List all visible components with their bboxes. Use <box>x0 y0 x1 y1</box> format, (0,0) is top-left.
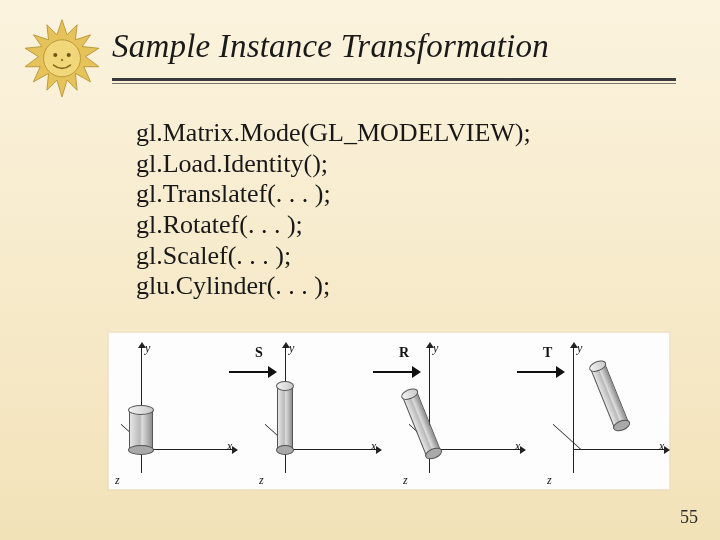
slide-title: Sample Instance Transformation <box>112 28 680 65</box>
cylinder-initial <box>129 409 153 451</box>
axis-label-z: z <box>259 473 264 488</box>
axis-z <box>553 424 581 478</box>
axis-label-y: y <box>145 341 150 356</box>
title-underline <box>112 78 676 84</box>
axis-label-y: y <box>577 341 582 356</box>
panel-translated: y x z <box>541 339 669 483</box>
page-number: 55 <box>680 507 698 528</box>
transformation-figure: y x z S y x z R <box>108 332 670 490</box>
svg-point-2 <box>53 53 57 57</box>
axis-label-x: x <box>371 439 376 454</box>
axis-label-x: x <box>227 439 232 454</box>
sun-icon <box>20 18 104 102</box>
slide: Sample Instance Transformation gl.Matrix… <box>0 0 720 540</box>
code-block: gl.Matrix.Mode(GL_MODELVIEW); gl.Load.Id… <box>136 118 680 302</box>
axis-label-y: y <box>289 341 294 356</box>
code-line: gl.Rotatef(. . . ); <box>136 210 680 241</box>
svg-point-3 <box>67 53 71 57</box>
axis-x <box>141 449 233 450</box>
axis-label-y: y <box>433 341 438 356</box>
panel-rotated: y x z <box>397 339 525 483</box>
axis-x <box>573 449 665 450</box>
axis-label-z: z <box>547 473 552 488</box>
axis-label-z: z <box>403 473 408 488</box>
cylinder-rotated <box>402 390 442 457</box>
panel-initial: y x z <box>109 339 237 483</box>
axis-x <box>429 449 521 450</box>
code-line: gl.Matrix.Mode(GL_MODELVIEW); <box>136 118 680 149</box>
code-line: gl.Scalef(. . . ); <box>136 241 680 272</box>
code-line: gl.Translatef(. . . ); <box>136 179 680 210</box>
svg-point-1 <box>44 40 81 77</box>
axis-label-z: z <box>115 473 120 488</box>
axis-label-x: x <box>659 439 664 454</box>
svg-point-4 <box>61 59 63 61</box>
panel-scaled: y x z <box>253 339 381 483</box>
axis-x <box>285 449 377 450</box>
code-line: glu.Cylinder(. . . ); <box>136 271 680 302</box>
code-line: gl.Load.Identity(); <box>136 149 680 180</box>
cylinder-scaled <box>277 385 293 451</box>
cylinder-translated <box>590 362 630 429</box>
axis-label-x: x <box>515 439 520 454</box>
